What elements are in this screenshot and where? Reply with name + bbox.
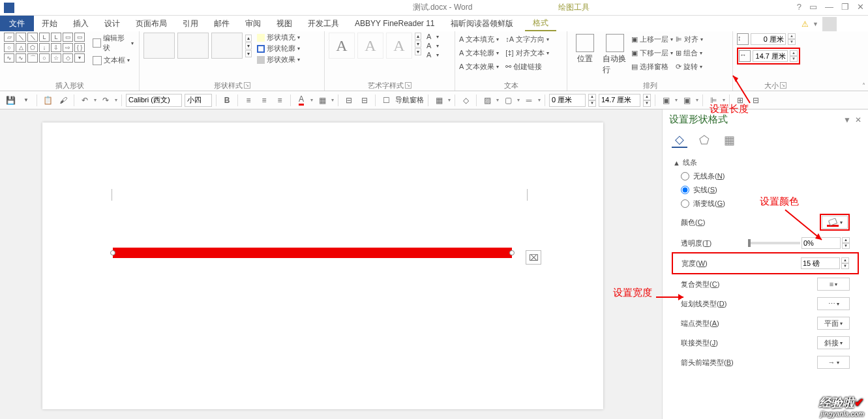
tab-mailings[interactable]: 邮件 bbox=[206, 16, 237, 31]
text-outline-button[interactable]: A ▾ bbox=[427, 42, 439, 50]
line-width-input[interactable] bbox=[801, 257, 840, 269]
tab-foxit[interactable]: 福昕阅读器领鲜版 bbox=[443, 16, 521, 31]
edit-shape-button[interactable]: 编辑形状 ▾ bbox=[91, 33, 135, 53]
selection-pane-button[interactable]: ▤选择窗格 bbox=[631, 60, 673, 73]
shape-style-gallery[interactable]: ▴▾▾ bbox=[143, 33, 252, 59]
wordart-gallery[interactable]: A A A ▴▾▾ bbox=[329, 33, 421, 59]
dialog-launcher[interactable]: ↘ bbox=[405, 82, 412, 89]
qat-width-input[interactable] bbox=[599, 94, 640, 107]
restore-icon[interactable]: ❐ bbox=[841, 2, 849, 12]
qat-dropdown-icon[interactable]: ▼ bbox=[20, 94, 33, 107]
save-icon[interactable]: 💾 bbox=[4, 94, 17, 107]
text-direction-button[interactable]: ↕A文字方向 ▾ bbox=[505, 33, 549, 46]
warning-icon[interactable]: ⚠ bbox=[801, 20, 809, 29]
tab-format[interactable]: 格式 bbox=[525, 16, 556, 31]
tab-view[interactable]: 视图 bbox=[269, 16, 300, 31]
tab-insert[interactable]: 插入 bbox=[65, 16, 97, 31]
text-fill-button[interactable]: A ▾ bbox=[427, 33, 439, 40]
rotate-button[interactable]: ⟳旋转 ▾ bbox=[676, 60, 703, 73]
bring-forward-qat-icon[interactable]: ▣ bbox=[659, 94, 672, 107]
bold-icon[interactable]: B bbox=[220, 94, 233, 107]
tab-design[interactable]: 设计 bbox=[97, 16, 128, 31]
tab-review[interactable]: 审阅 bbox=[237, 16, 269, 31]
text-effects-button[interactable]: A ▾ bbox=[427, 51, 439, 59]
section-break-icon[interactable]: ⊟ bbox=[358, 94, 371, 107]
format-painter-icon[interactable]: 🖌 bbox=[57, 94, 70, 107]
create-link-button[interactable]: ⚯创建链接 bbox=[505, 60, 549, 73]
text-box-button[interactable]: 文本框 ▾ bbox=[91, 55, 135, 66]
minimize-icon[interactable]: — bbox=[825, 2, 833, 12]
tab-developer[interactable]: 开发工具 bbox=[300, 16, 347, 31]
close-icon[interactable]: ✕ bbox=[857, 2, 864, 12]
tab-abbyy[interactable]: ABBYY FineReader 11 bbox=[347, 16, 443, 31]
pane-close-icon[interactable]: ✕ bbox=[855, 115, 861, 124]
transparency-spinner[interactable]: ▲▼ bbox=[842, 237, 850, 249]
solid-line-radio[interactable]: 实线(S) bbox=[673, 183, 858, 197]
height-input[interactable] bbox=[751, 33, 786, 45]
shape-icon[interactable]: ◇ bbox=[459, 94, 472, 107]
layout-tab-icon[interactable]: ▦ bbox=[721, 132, 737, 148]
effects-tab-icon[interactable]: ⬠ bbox=[696, 132, 712, 148]
qat-height-input[interactable] bbox=[549, 94, 586, 107]
shape-effects-button[interactable]: 形状效果 ▾ bbox=[257, 55, 300, 65]
shape-weight-qat-icon[interactable]: ═ bbox=[522, 94, 535, 107]
line-width-spinner[interactable]: ▲▼ bbox=[841, 257, 849, 269]
align-button[interactable]: ⊫对齐 ▾ bbox=[676, 33, 703, 46]
redo-icon[interactable]: ↷ bbox=[99, 94, 112, 107]
text-fill-btn[interactable]: A文本填充 ▾ bbox=[459, 33, 499, 46]
font-combo[interactable] bbox=[126, 94, 182, 107]
fill-line-tab-icon[interactable]: ◇ bbox=[672, 132, 687, 148]
gradient-line-radio[interactable]: 渐变线(G) bbox=[673, 197, 858, 210]
group-button[interactable]: ⊞组合 ▾ bbox=[676, 46, 703, 59]
no-line-radio[interactable]: 无线条(N) bbox=[673, 169, 858, 183]
send-backward-qat-icon[interactable]: ▣ bbox=[680, 94, 693, 107]
shape-outline-button[interactable]: 形状轮廓 ▾ bbox=[257, 44, 300, 53]
tab-references[interactable]: 引用 bbox=[175, 16, 206, 31]
align-text-button[interactable]: [‡]对齐文本 ▾ bbox=[505, 46, 549, 59]
dialog-launcher[interactable]: ↘ bbox=[244, 82, 250, 89]
shapes-gallery[interactable]: ▱＼＼LL▭▭ ○△⬠↓⇩⇨{ } ∿∿⌒○☆◇▼ bbox=[4, 33, 85, 63]
ruler-icon[interactable]: ▦ bbox=[432, 94, 445, 107]
tab-file[interactable]: 文件 bbox=[0, 16, 34, 31]
position-button[interactable]: 位置 bbox=[571, 33, 599, 66]
qat-height-spinner[interactable]: ▲▼ bbox=[588, 94, 596, 107]
paste-icon[interactable]: 📋 bbox=[41, 94, 54, 107]
bring-forward-button[interactable]: ▣上移一层 ▾ bbox=[631, 33, 673, 46]
warn-dropdown-icon[interactable]: ▼ bbox=[813, 21, 818, 27]
table-icon[interactable]: ▦ bbox=[316, 94, 329, 107]
text-outline-btn[interactable]: A文本轮廓 ▾ bbox=[459, 46, 499, 59]
document-area[interactable]: ⌧ bbox=[0, 109, 662, 419]
align-qat-icon[interactable]: ⊫ bbox=[707, 94, 720, 107]
join-type-dropdown[interactable]: 斜接▾ bbox=[817, 336, 850, 349]
undo-icon[interactable]: ↶ bbox=[78, 94, 91, 107]
width-spinner[interactable]: ▲▼ bbox=[790, 50, 798, 62]
wrap-button[interactable]: 自动换行 bbox=[601, 33, 629, 77]
align-center-icon[interactable]: ≡ bbox=[258, 94, 271, 107]
collapse-ribbon-icon[interactable]: ˄ bbox=[862, 82, 865, 89]
shape-fill-button[interactable]: 形状填充 ▾ bbox=[257, 33, 300, 42]
line-section-header[interactable]: ▲ 线条 bbox=[673, 156, 858, 169]
align-justify-icon[interactable]: ≡ bbox=[273, 94, 286, 107]
font-color-icon[interactable]: A bbox=[295, 94, 308, 107]
align-left-icon[interactable]: ≡ bbox=[242, 94, 255, 107]
text-effects-btn[interactable]: A文本效果 ▾ bbox=[459, 60, 499, 73]
compound-type-dropdown[interactable]: ≡▾ bbox=[817, 278, 850, 291]
page-break-icon[interactable]: ⊟ bbox=[342, 94, 355, 107]
dialog-launcher[interactable]: ↘ bbox=[780, 82, 786, 89]
arrow-begin-dropdown[interactable]: →▾ bbox=[817, 356, 850, 369]
tab-layout[interactable]: 页面布局 bbox=[128, 16, 175, 31]
pane-menu-icon[interactable]: ▼ bbox=[843, 115, 851, 124]
shape-outline-qat-icon[interactable]: ▢ bbox=[501, 94, 515, 107]
nav-pane-checkbox[interactable]: ☐ bbox=[380, 94, 393, 107]
font-size-combo[interactable] bbox=[185, 94, 212, 107]
user-avatar[interactable] bbox=[822, 17, 837, 31]
width-input[interactable] bbox=[753, 50, 788, 62]
help-icon[interactable]: ? bbox=[797, 2, 801, 12]
shape-fill-qat-icon[interactable]: ▨ bbox=[481, 94, 494, 107]
layout-options-button[interactable]: ⌧ bbox=[526, 250, 541, 265]
dash-type-dropdown[interactable]: ⋯▾ bbox=[817, 297, 850, 310]
selected-line-shape[interactable] bbox=[113, 248, 512, 258]
height-spinner[interactable]: ▲▼ bbox=[788, 33, 796, 45]
cap-type-dropdown[interactable]: 平面▾ bbox=[817, 317, 850, 330]
ribbon-display-icon[interactable]: ▭ bbox=[809, 2, 817, 12]
